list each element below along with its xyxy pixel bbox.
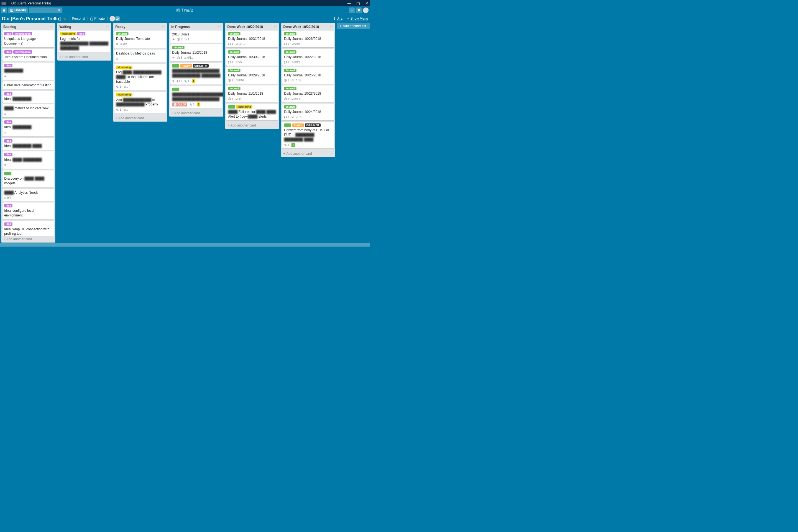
card-label[interactable]: Journal	[116, 32, 129, 35]
card-label[interactable]: Journal	[228, 69, 240, 72]
list-menu-icon[interactable]: ⋯	[218, 25, 221, 29]
card[interactable]: MonitoringIdeaLog metric for ███████████…	[58, 31, 110, 52]
card[interactable]: JournalDaily Journal 10/23/201818/14	[282, 86, 334, 102]
card-label[interactable]: Journal	[284, 87, 296, 90]
card[interactable]: Dashboard / Metrics ideas	[114, 50, 166, 62]
add-card-button[interactable]: + Add another card	[113, 115, 167, 121]
card-label[interactable]: GitHub PR	[305, 124, 321, 127]
card-label[interactable]: Idea	[4, 204, 13, 208]
list-title[interactable]: Ready	[115, 25, 125, 29]
board-canvas[interactable]: Backlog⋯IdeaInvestigationUbiquitous Lang…	[0, 23, 370, 243]
card[interactable]: JournalDaily Journal 10/24/2018112/15	[282, 104, 334, 120]
list-title[interactable]: Done Week 10/22/2018	[283, 25, 319, 29]
card-label[interactable]: Journal	[284, 32, 296, 35]
card-label[interactable]: Journal	[228, 32, 240, 35]
card[interactable]: 2018 Goals11	[170, 31, 222, 43]
list-title[interactable]: Done Week 10/29/2018	[227, 25, 263, 29]
list-title[interactable]: Backlog	[3, 25, 16, 29]
star-icon[interactable]: ☆	[63, 17, 67, 21]
card[interactable]: JournalDaily Journal 10/25/2018111/17	[282, 67, 334, 84]
card-label[interactable]: Idea	[4, 32, 13, 35]
minimize-icon[interactable]: —	[347, 1, 351, 5]
card[interactable]: Idea████████	[2, 62, 54, 80]
card-label[interactable]: GitHub PR	[193, 64, 208, 68]
card[interactable]: JournalDaily Journal 11/2/201836/11	[170, 44, 222, 61]
card-label[interactable]: Idea	[4, 223, 13, 226]
list-menu-icon[interactable]: ⋯	[330, 25, 333, 29]
card[interactable]: ReviewGitHub PRConvert from body of POST…	[282, 122, 334, 149]
card[interactable]: JournalDaily Journal 10/30/201815/9	[226, 49, 278, 65]
add-list-button[interactable]: + Add another list	[337, 23, 370, 29]
create-button[interactable]: +	[349, 7, 355, 13]
list-title[interactable]: In Progress	[171, 25, 189, 29]
add-card-button[interactable]: + Add another card	[225, 122, 279, 129]
card[interactable]: Monitoring████ Failures for ████ ████ Al…	[226, 104, 278, 121]
card-label[interactable]	[4, 172, 11, 175]
card-label[interactable]	[284, 124, 291, 127]
card[interactable]: IdeaIdea: ████████ ████	[2, 138, 54, 150]
card-label[interactable]: Review	[180, 64, 192, 68]
card-label[interactable]: Journal	[284, 105, 296, 109]
card-label[interactable]: Investigation	[13, 32, 32, 35]
card-label[interactable]	[172, 64, 179, 68]
card[interactable]: Better data generator for testing	[2, 82, 54, 90]
show-menu-button[interactable]: ⋯ Show Menu	[346, 17, 368, 20]
user-avatar[interactable]	[363, 7, 368, 13]
card[interactable]: JournalDaily Journal 10/31/2018110/12	[226, 31, 278, 48]
notifications-button[interactable]	[356, 7, 362, 13]
list-menu-icon[interactable]: ⋯	[274, 25, 277, 29]
list-menu-icon[interactable]: ⋯	[50, 25, 53, 29]
list-menu-icon[interactable]: ⋯	[106, 25, 109, 29]
card[interactable]: IdeaIdea: wrap DB connection with profil…	[2, 221, 54, 236]
search-input[interactable]	[29, 7, 62, 13]
card-label[interactable]: Monitoring	[116, 65, 132, 69]
card-label[interactable]: Idea	[4, 153, 13, 156]
close-icon[interactable]: ✕	[365, 1, 368, 5]
card-label[interactable]: Journal	[228, 50, 240, 54]
card[interactable]: Discovery on ████ ████ widgets	[2, 171, 54, 187]
board-title[interactable]: Olo [Ben's Personal Trello]	[2, 16, 61, 21]
card-label[interactable]: Idea	[4, 139, 13, 143]
card[interactable]: JournalDaily Journal 11/1/201814/9	[226, 86, 278, 102]
boards-button[interactable]: Boards	[8, 7, 28, 13]
jira-link[interactable]: Jira	[333, 17, 343, 20]
trello-logo[interactable]: Trello	[177, 7, 194, 13]
card[interactable]: ████ Analytics Needs0/4	[2, 189, 54, 201]
add-member-button[interactable]	[115, 16, 120, 21]
card[interactable]: JournalDaily Journal 10/22/201818/12	[282, 49, 334, 65]
card-label[interactable]: Monitoring	[116, 93, 132, 97]
card[interactable]: IdeaInvestigationTotal System Documentat…	[2, 49, 54, 61]
card[interactable]: IdeaIdea: ████████	[2, 91, 54, 103]
card-label[interactable]: Monitoring	[60, 32, 76, 35]
avatar[interactable]	[109, 16, 115, 21]
card[interactable]: IdeaIdea: configure local environment	[2, 203, 54, 220]
card[interactable]: MonitoringAdd ████████████ to ██████████…	[114, 92, 166, 113]
card[interactable]: IdeaIdea: ████████	[2, 119, 54, 136]
card-label[interactable]: Journal	[284, 50, 296, 54]
card-label[interactable]: Journal	[228, 87, 240, 90]
card[interactable]: ReviewGitHub PR████████████████████ ████…	[170, 63, 222, 85]
visibility-label[interactable]: Private	[90, 17, 105, 20]
add-card-button[interactable]: + Add another card	[281, 150, 335, 157]
card-label[interactable]: Monitoring	[236, 105, 252, 109]
hamburger-icon[interactable]	[2, 1, 6, 5]
card-label[interactable]	[228, 105, 235, 109]
card[interactable]: JournalDaily Journal 10/29/201818/16	[226, 67, 278, 84]
card-label[interactable]: Journal	[284, 69, 296, 72]
horizontal-scrollbar[interactable]	[0, 243, 370, 247]
card-label[interactable]	[172, 88, 179, 91]
card-label[interactable]: Idea	[77, 32, 86, 35]
add-card-button[interactable]: + Add another card	[57, 54, 111, 61]
card-label[interactable]: Review	[292, 124, 304, 127]
list-menu-icon[interactable]: ⋯	[162, 25, 165, 29]
maximize-icon[interactable]: ▢	[356, 1, 360, 5]
card-label[interactable]: Idea	[4, 64, 13, 68]
card-label[interactable]: Journal	[172, 46, 184, 50]
add-card-button[interactable]: + Add another card	[169, 110, 223, 116]
home-button[interactable]	[1, 7, 7, 13]
card[interactable]: MonitoringLog ████ ████████████ ████ so …	[114, 64, 166, 90]
card[interactable]: IdeaIdea: ████ ████████	[2, 152, 54, 169]
card-label[interactable]: Investigation	[13, 51, 32, 54]
add-card-button[interactable]: + Add another card	[1, 235, 55, 243]
team-label[interactable]: Personal	[72, 17, 85, 20]
